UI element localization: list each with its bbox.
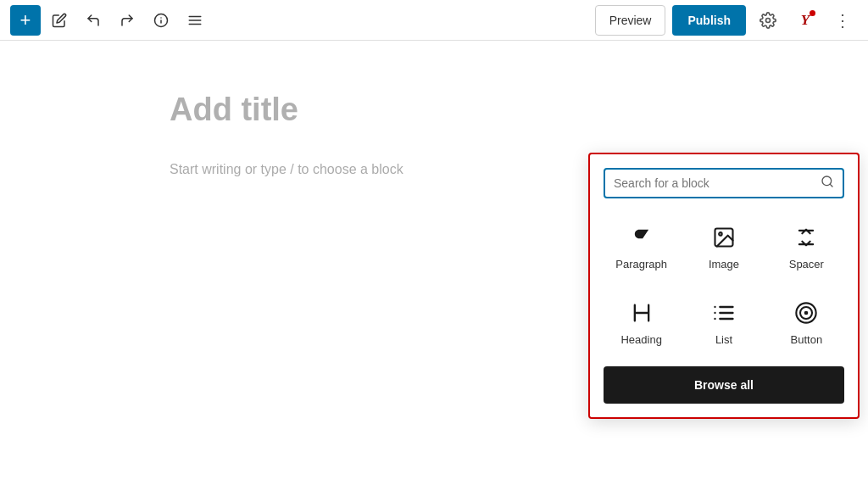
info-button[interactable] [146,5,176,36]
info-icon [153,13,169,28]
pencil-icon [52,13,67,28]
list-icon [712,298,736,328]
block-label-spacer: Spacer [789,258,824,271]
block-item-spacer[interactable]: Spacer [769,215,844,277]
block-search-input[interactable] [614,176,821,190]
block-label-list: List [715,333,732,346]
block-search-box [604,168,844,198]
block-picker-inner: Paragraph Image [590,154,858,417]
add-block-toolbar-button[interactable]: + [10,5,41,36]
spacer-icon [794,222,818,253]
yoast-button[interactable]: Y [790,5,821,36]
block-item-heading[interactable]: Heading [604,291,679,353]
redo-icon [120,13,135,28]
yoast-dot [810,10,815,16]
edit-icon-button[interactable] [44,5,75,36]
block-item-paragraph[interactable]: Paragraph [604,215,679,277]
gear-icon [760,12,776,29]
block-label-button: Button [791,333,823,346]
yoast-icon: Y [801,12,810,29]
paragraph-icon [630,222,654,253]
heading-icon [630,298,654,328]
block-label-paragraph: Paragraph [615,258,667,271]
block-picker-popup: Paragraph Image [588,153,860,419]
browse-all-button[interactable]: Browse all [604,366,844,404]
list-view-button[interactable] [180,5,210,36]
block-item-image[interactable]: Image [686,215,761,277]
block-item-button[interactable]: Button [769,291,844,353]
preview-button[interactable]: Preview [595,5,666,36]
toolbar: + [0,0,868,41]
block-item-list[interactable]: List [686,291,761,353]
search-icon [821,175,834,192]
toolbar-right: Preview Publish Y ⋮ [595,5,858,36]
svg-point-10 [719,232,722,236]
block-grid: Paragraph Image [604,215,844,353]
svg-point-6 [766,18,771,22]
block-label-heading: Heading [620,333,661,346]
publish-button[interactable]: Publish [672,5,746,36]
undo-button[interactable] [78,5,108,36]
button-icon [794,298,818,328]
svg-line-8 [830,184,832,187]
image-icon [712,222,736,253]
list-view-icon [187,13,203,28]
settings-button[interactable] [753,5,783,36]
block-label-image: Image [709,258,739,271]
undo-icon [86,13,101,28]
redo-button[interactable] [112,5,142,36]
more-options-button[interactable]: ⋮ [827,5,858,36]
toolbar-left: + [10,5,592,36]
editor-title[interactable]: Add title [170,92,698,128]
svg-point-21 [804,311,809,315]
